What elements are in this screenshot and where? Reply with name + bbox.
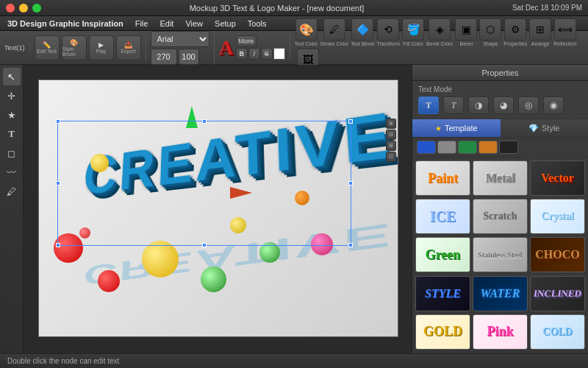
menu-tools[interactable]: Tools (248, 19, 267, 28)
template-green[interactable]: Green (415, 237, 470, 272)
filter-blue[interactable] (417, 141, 436, 154)
font-name-select[interactable]: Arial (151, 31, 209, 47)
font-size-large[interactable] (151, 49, 177, 65)
arrange-btn[interactable]: ⊞ Arrange (529, 18, 551, 46)
status-bar: Double click the node can edit text (0, 353, 588, 368)
freeform-tool[interactable]: 〰 (3, 163, 21, 181)
menu-view[interactable]: View (185, 19, 203, 28)
move-tool[interactable]: ✛ (3, 87, 21, 105)
traffic-lights (6, 4, 41, 13)
stroke-color-label: Stroke Color (320, 41, 348, 46)
ball-red (54, 233, 83, 263)
template-cold[interactable]: COLD (530, 314, 585, 350)
edit-text-icon[interactable]: ✏️ Edit Text (35, 35, 60, 60)
bevel-color-btn[interactable]: ◈ Bevel Color (426, 18, 453, 46)
canvas-tool-2[interactable]: ⊟ (386, 130, 396, 140)
text-tool[interactable]: T (3, 125, 21, 143)
template-vector[interactable]: Vector (530, 160, 585, 196)
text-mode-btn-2[interactable]: T (443, 96, 464, 114)
edit-text-btn[interactable]: ✏️ Edit Text (35, 35, 60, 60)
canvas[interactable]: CREATIVE CREATIVE (38, 79, 398, 337)
shapes-tool[interactable]: ◻ (3, 144, 21, 162)
canvas-tool-1[interactable]: ⊕ (386, 118, 396, 129)
text-bevel-btn[interactable]: 🔷 Text Bevel (351, 18, 374, 46)
pen-tool[interactable]: 🖊 (3, 183, 21, 200)
color-swatch[interactable] (273, 48, 285, 60)
template-style[interactable]: STYLE (415, 276, 470, 311)
template-pink[interactable]: Pink (473, 314, 528, 350)
text-color-label: Text Color (295, 41, 318, 46)
text-mode-section: Text Mode T T ◑ ◕ ◎ ◉ (412, 81, 588, 119)
canvas-area[interactable]: CREATIVE CREATIVE (24, 65, 412, 353)
handle-middle-left[interactable] (56, 181, 60, 185)
template-metal[interactable]: Metal (473, 160, 528, 196)
template-water-text: WATER (481, 287, 520, 300)
ball-orange (295, 191, 309, 205)
menu-file[interactable]: File (135, 19, 148, 28)
italic-btn[interactable]: I (248, 48, 260, 60)
text-mode-btn-6[interactable]: ◉ (543, 96, 564, 114)
shape-btn[interactable]: ⬡ Shape (479, 18, 501, 46)
play-label: Play (96, 49, 107, 54)
template-pink-text: Pink (487, 324, 513, 339)
template-choco[interactable]: CHOCO (530, 237, 585, 272)
play-btn[interactable]: ▶ Play (89, 35, 114, 60)
style-brush-label: Style Brush (62, 46, 86, 57)
cursor-tool[interactable]: ↖ (3, 68, 21, 85)
export-btn[interactable]: 📤 Export (116, 35, 141, 60)
menu-edit[interactable]: Edit (159, 19, 173, 28)
close-button[interactable] (6, 4, 15, 13)
properties-btn[interactable]: ⚙ Properties (503, 18, 527, 46)
template-metal-text: Metal (486, 171, 515, 185)
export-icon[interactable]: 📤 Export (116, 35, 141, 60)
handle-top-middle[interactable] (202, 119, 207, 124)
mode-label: Text(1) (4, 44, 25, 52)
play-icon[interactable]: ▶ Play (89, 35, 114, 60)
transform-btn[interactable]: ⟲ Transform (376, 18, 400, 46)
canvas-tool-4[interactable]: ⊡ (386, 152, 396, 162)
filter-green[interactable] (458, 141, 477, 154)
text-mode-btn-1[interactable]: T (418, 96, 439, 114)
handle-middle-right[interactable] (348, 181, 353, 185)
template-ice[interactable]: ICE (415, 199, 470, 234)
template-steel[interactable]: Stainless Steel (473, 237, 528, 272)
template-crystal[interactable]: Crystal (530, 199, 585, 234)
mode-section: Text(1) (4, 44, 30, 52)
filter-dark[interactable] (499, 141, 518, 154)
minimize-button[interactable] (19, 4, 28, 13)
letter-a-icon: A (219, 36, 234, 60)
text-mode-btn-3[interactable]: ◑ (468, 96, 489, 114)
tab-template[interactable]: ★ Template (412, 119, 501, 137)
text-color-btn[interactable]: 🎨 Text Color (295, 18, 318, 46)
template-scratch[interactable]: Scratch (473, 199, 528, 234)
template-inclined[interactable]: INCLINED (530, 276, 585, 311)
arrange-label: Arrange (531, 41, 550, 46)
template-paint-text: Paint (428, 171, 458, 186)
tab-style[interactable]: 💎 Style (501, 119, 589, 137)
star-tool[interactable]: ★ (3, 106, 21, 124)
reflection-btn[interactable]: ⟺ Reflection (553, 18, 576, 46)
filter-orange[interactable] (478, 141, 498, 154)
style-brush-btn[interactable]: 🎨 Style Brush (62, 35, 87, 60)
template-water[interactable]: WATER (473, 276, 528, 311)
text-mode-btn-5[interactable]: ◎ (518, 96, 539, 114)
maximize-button[interactable] (32, 4, 41, 13)
strikethrough-btn[interactable]: S (261, 48, 273, 60)
canvas-tool-3[interactable]: ⊞ (386, 141, 396, 151)
filter-gray[interactable] (437, 141, 456, 154)
ball-red2 (98, 270, 120, 292)
more-btn[interactable]: More (236, 35, 257, 47)
handle-top-left[interactable] (56, 119, 60, 124)
font-size-small[interactable] (179, 49, 199, 65)
style-brush-icon[interactable]: 🎨 Style Brush (62, 35, 87, 60)
menu-setup[interactable]: Setup (215, 19, 236, 28)
filter-row (412, 138, 588, 158)
bold-btn[interactable]: B (236, 48, 248, 60)
stroke-color-btn[interactable]: 🖊 Stroke Color (320, 18, 348, 46)
bevel-btn[interactable]: ▣ Bevel (455, 18, 477, 46)
text-mode-btn-4[interactable]: ◕ (493, 96, 514, 114)
template-paint[interactable]: Paint (415, 160, 470, 196)
template-gold[interactable]: GOLD (415, 314, 470, 350)
bevel-label: Bevel (460, 41, 473, 46)
fill-color-btn[interactable]: 🪣 Fill Color (402, 18, 424, 46)
